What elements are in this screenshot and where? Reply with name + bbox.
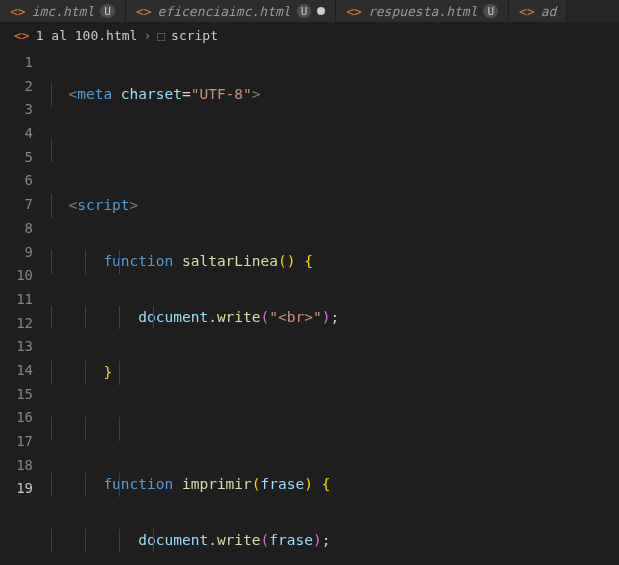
line-number-gutter: 12345678910111213141516171819 xyxy=(0,48,51,565)
line-number: 1 xyxy=(0,51,51,75)
tab-ad[interactable]: <> ad xyxy=(509,0,567,22)
breadcrumb[interactable]: <> 1 al 100.html › ⬚ script xyxy=(0,22,619,48)
breadcrumb-file: 1 al 100.html xyxy=(36,28,138,43)
tab-label: ad xyxy=(541,4,557,19)
code-area[interactable]: <meta charset="UTF-8"> <script> function… xyxy=(51,48,619,565)
html-file-icon: <> xyxy=(10,4,26,19)
tab-bar: <> imc.html U <> eficenciaimc.html U <> … xyxy=(0,0,619,22)
tab-label: respuesta.html xyxy=(368,4,478,19)
tab-eficencia[interactable]: <> eficenciaimc.html U xyxy=(126,0,336,22)
tab-imc[interactable]: <> imc.html U xyxy=(0,0,126,22)
line-number: 14 xyxy=(0,359,51,383)
line-number: 15 xyxy=(0,383,51,407)
breadcrumb-node: script xyxy=(171,28,218,43)
chevron-right-icon: › xyxy=(143,28,151,43)
line-number: 5 xyxy=(0,146,51,170)
line-number: 18 xyxy=(0,454,51,478)
tab-respuesta[interactable]: <> respuesta.html U xyxy=(336,0,509,22)
tab-label: imc.html xyxy=(32,4,95,19)
line-number: 13 xyxy=(0,335,51,359)
line-number: 4 xyxy=(0,122,51,146)
git-badge: U xyxy=(100,4,115,18)
symbol-block-icon: ⬚ xyxy=(157,28,165,43)
line-number: 7 xyxy=(0,193,51,217)
line-number: 6 xyxy=(0,169,51,193)
line-number: 17 xyxy=(0,430,51,454)
git-badge: U xyxy=(297,4,312,18)
line-number: 9 xyxy=(0,241,51,265)
html-file-icon: <> xyxy=(346,4,362,19)
html-file-icon: <> xyxy=(519,4,535,19)
line-number: 12 xyxy=(0,312,51,336)
line-number: 2 xyxy=(0,75,51,99)
line-number: 3 xyxy=(0,98,51,122)
editor[interactable]: 12345678910111213141516171819 <meta char… xyxy=(0,48,619,565)
git-badge: U xyxy=(483,4,498,18)
html-file-icon: <> xyxy=(14,28,30,43)
line-number: 16 xyxy=(0,406,51,430)
line-number: 10 xyxy=(0,264,51,288)
dirty-indicator-icon xyxy=(317,7,325,15)
line-number: 11 xyxy=(0,288,51,312)
html-file-icon: <> xyxy=(136,4,152,19)
line-number: 8 xyxy=(0,217,51,241)
tab-label: eficenciaimc.html xyxy=(158,4,291,19)
line-number: 19 xyxy=(0,477,51,501)
